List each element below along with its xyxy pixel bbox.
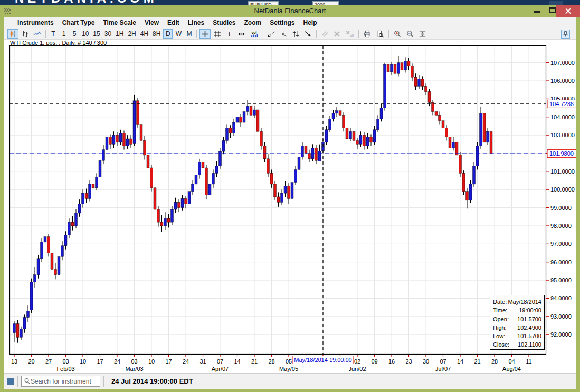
vertical-line-button[interactable]: [278, 29, 289, 39]
candle-body: [442, 121, 444, 128]
background-ui-fragment: [549, 1, 563, 5]
candle-body: [301, 146, 304, 157]
candle-body: [116, 135, 119, 142]
parallel-lines-button[interactable]: [319, 29, 330, 39]
tf-10-button[interactable]: 10: [80, 29, 90, 39]
zoom-in-icon: [393, 30, 402, 38]
menu-chart-type[interactable]: Chart Type: [58, 17, 99, 28]
candle-body: [47, 237, 50, 253]
tf-tick-button[interactable]: T: [49, 29, 58, 39]
crosshair-date-value: May/18/2014 19:00:00: [294, 357, 351, 363]
menu-edit[interactable]: Edit: [163, 17, 184, 28]
delete-all-button[interactable]: all: [344, 29, 356, 39]
vertical-line-icon: [280, 30, 288, 38]
x-tick-label: 31: [199, 358, 206, 365]
menu-studies[interactable]: Studies: [208, 17, 240, 28]
ohlc-bar-chart-icon: [21, 30, 29, 38]
fit-vertical-button[interactable]: [417, 29, 428, 39]
toolbar: T151015301H2H4H8HDWMivolall: [4, 28, 576, 40]
print-preview-icon: [376, 30, 384, 38]
grid-icon: [213, 30, 221, 38]
info-button[interactable]: i: [224, 29, 235, 39]
tf-5-button[interactable]: 5: [70, 29, 79, 39]
minimize-button[interactable]: [534, 11, 540, 13]
menu-view[interactable]: View: [140, 17, 163, 28]
tf-8h-button[interactable]: 8H: [151, 29, 162, 39]
instrument-search-box[interactable]: [21, 376, 100, 387]
tf-15-button[interactable]: 15: [91, 29, 101, 39]
candle-body: [353, 131, 355, 140]
delete-selected-button[interactable]: [331, 29, 343, 39]
channel-button[interactable]: [290, 29, 301, 39]
menu-settings[interactable]: Settings: [265, 17, 299, 28]
candle-body: [167, 218, 170, 222]
arrow-line-button[interactable]: [302, 29, 313, 39]
x-month-label: Apr/07: [212, 366, 229, 372]
x-tick-label: 10: [148, 358, 155, 365]
search-input[interactable]: [31, 378, 93, 385]
x-tick-label: 07: [440, 358, 446, 365]
menu-instruments[interactable]: Instruments: [13, 17, 58, 28]
tf-4h-button[interactable]: 4H: [139, 29, 150, 39]
print-preview-button[interactable]: [374, 29, 386, 39]
tf-30-button[interactable]: 30: [103, 29, 113, 39]
trend-line-button[interactable]: [266, 29, 277, 39]
candle-body: [421, 79, 424, 87]
horizontal-scroll-button[interactable]: [236, 29, 247, 39]
menu-zoom[interactable]: Zoom: [240, 17, 265, 28]
tf-1h-button[interactable]: 1H: [114, 29, 125, 39]
tf-daily-button[interactable]: D: [163, 29, 173, 39]
y-tick-label: 101.0000: [550, 168, 575, 175]
candle-body: [205, 168, 208, 195]
maximize-button[interactable]: [549, 7, 556, 13]
menu-help[interactable]: Help: [299, 17, 321, 28]
grid-button[interactable]: [212, 29, 223, 39]
crosshair-button[interactable]: [199, 29, 211, 39]
close-button[interactable]: [556, 5, 580, 17]
statusbar-square-button[interactable]: [7, 378, 14, 385]
candle-body: [490, 131, 492, 154]
zoom-out-button[interactable]: [404, 29, 416, 39]
candle-body: [37, 259, 40, 275]
tooltip-high-value: 102.4900: [517, 323, 541, 332]
candlestick-chart-button[interactable]: [7, 29, 18, 39]
menu-lines[interactable]: Lines: [184, 17, 208, 28]
candle-body: [233, 122, 235, 133]
svg-text:i: i: [229, 31, 230, 37]
tf-weekly-button[interactable]: W: [174, 29, 183, 39]
print-icon: [363, 30, 372, 38]
volume-button[interactable]: vol: [248, 29, 260, 39]
candle-body: [256, 110, 259, 131]
ohlc-bar-chart-button[interactable]: [20, 29, 31, 39]
print-button[interactable]: [362, 29, 373, 39]
zoom-in-button[interactable]: [392, 29, 403, 39]
x-tick-label: 20: [28, 358, 34, 365]
candle-body: [445, 128, 448, 137]
candle-body: [51, 253, 53, 270]
statusbar-separator: [17, 376, 18, 387]
candle-body: [407, 61, 410, 66]
pin-toolbar-button[interactable]: [561, 30, 570, 39]
tf-monthly-button[interactable]: M: [184, 29, 194, 39]
tf-2h-button[interactable]: 2H: [126, 29, 137, 39]
x-tick-label: 24: [114, 358, 120, 365]
candle-body: [160, 222, 163, 226]
menu-time-scale[interactable]: Time Scale: [99, 17, 140, 28]
x-tick-label: 21: [474, 358, 480, 365]
background-logo-fragment: NETDANIA.COM: [15, 0, 158, 5]
candle-body: [425, 86, 427, 91]
y-tick-label: 104.0000: [550, 114, 575, 120]
candle-body: [68, 222, 71, 235]
tf-1-button[interactable]: 1: [59, 29, 69, 39]
line-chart-button[interactable]: [32, 29, 43, 39]
candle-body: [92, 184, 94, 188]
y-tick-label: 98.0000: [550, 223, 572, 229]
x-tick-label: 07: [217, 358, 223, 365]
candle-body: [171, 209, 174, 222]
candle-body: [75, 213, 78, 226]
last-price-flag-value: 101.9800: [549, 150, 574, 157]
candle-body: [281, 193, 283, 202]
candle-body: [109, 137, 112, 145]
x-month-label: May/05: [279, 366, 298, 372]
candle-body: [222, 140, 225, 151]
